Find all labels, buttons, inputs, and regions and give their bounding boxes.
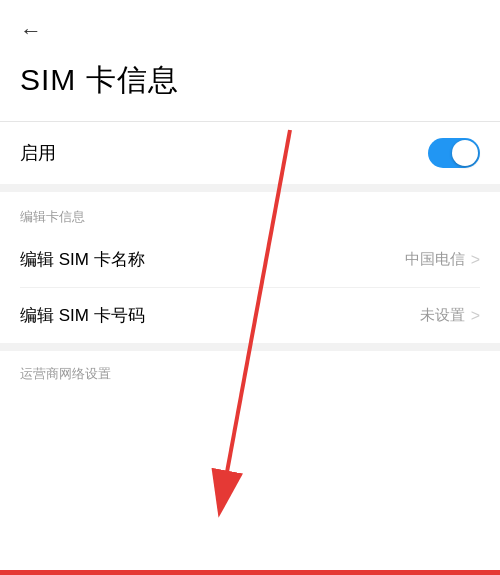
enable-toggle[interactable] — [428, 138, 480, 168]
enable-section: 启用 — [0, 122, 500, 184]
edit-sim-number-value: 未设置 — [420, 306, 465, 325]
edit-sim-name-item[interactable]: 编辑 SIM 卡名称 中国电信 > — [0, 232, 500, 287]
carrier-section-header: 运营商网络设置 — [0, 351, 500, 389]
page-title: SIM 卡信息 — [0, 52, 500, 121]
edit-sim-number-item[interactable]: 编辑 SIM 卡号码 未设置 > — [0, 288, 500, 343]
thick-divider — [0, 184, 500, 192]
bottom-red-bar — [0, 570, 500, 575]
enable-label: 启用 — [20, 141, 56, 165]
edit-sim-name-chevron: > — [471, 251, 480, 269]
carrier-section: 运营商网络设置 — [0, 351, 500, 389]
edit-sim-number-right: 未设置 > — [420, 306, 480, 325]
edit-section-header: 编辑卡信息 — [0, 192, 500, 232]
edit-section: 编辑卡信息 编辑 SIM 卡名称 中国电信 > 编辑 SIM 卡号码 未设置 > — [0, 192, 500, 343]
edit-sim-name-right: 中国电信 > — [405, 250, 480, 269]
edit-sim-name-label: 编辑 SIM 卡名称 — [20, 248, 145, 271]
edit-sim-number-chevron: > — [471, 307, 480, 325]
back-button[interactable]: ← — [0, 0, 500, 52]
edit-sim-name-value: 中国电信 — [405, 250, 465, 269]
toggle-knob — [452, 140, 478, 166]
bottom-thick-divider — [0, 343, 500, 351]
enable-row: 启用 — [0, 122, 500, 184]
edit-sim-number-label: 编辑 SIM 卡号码 — [20, 304, 145, 327]
back-arrow-icon: ← — [20, 18, 42, 44]
